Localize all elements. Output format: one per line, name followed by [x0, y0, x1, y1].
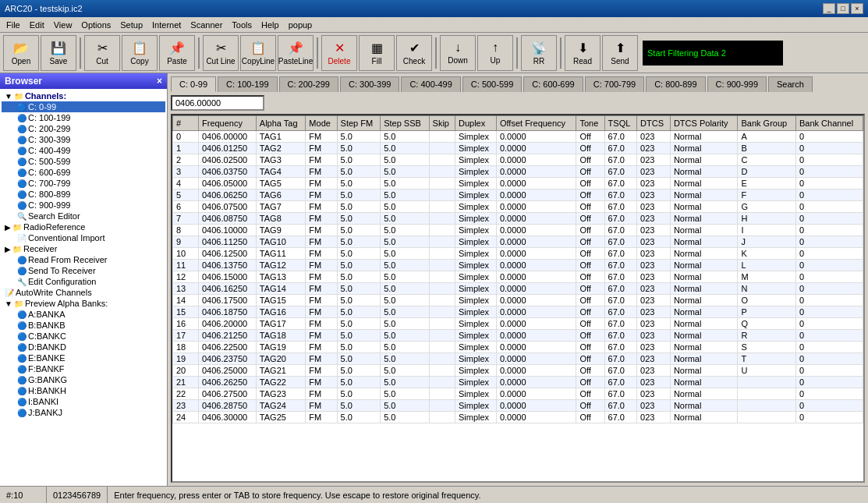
table-cell[interactable] — [738, 377, 795, 388]
table-cell[interactable]: FM — [306, 365, 337, 377]
table-cell[interactable]: 0 — [795, 166, 863, 178]
menu-options[interactable]: Options — [76, 19, 115, 31]
table-cell[interactable]: P — [738, 306, 795, 318]
table-cell[interactable]: 0 — [795, 143, 863, 154]
table-cell[interactable]: Off — [576, 306, 604, 318]
tree-send-to-receiver[interactable]: 🔵 Send To Receiver — [2, 265, 165, 276]
table-cell[interactable]: 023 — [637, 271, 671, 283]
rr-button[interactable]: 📡 RR — [521, 35, 557, 71]
table-cell[interactable]: TAG20 — [256, 353, 306, 365]
table-cell[interactable]: FM — [306, 190, 337, 201]
table-cell[interactable]: 5.0 — [381, 190, 429, 201]
table-cell[interactable]: 16 — [173, 318, 199, 330]
table-cell[interactable]: Off — [576, 143, 604, 154]
table-cell[interactable]: 0406.30000 — [199, 412, 257, 423]
table-cell[interactable] — [429, 271, 455, 283]
table-cell[interactable]: FM — [306, 400, 337, 412]
tree-item-c800-899[interactable]: 🔵 C: 800-899 — [2, 189, 165, 200]
table-cell[interactable]: TAG16 — [256, 306, 306, 318]
table-cell[interactable] — [429, 213, 455, 225]
table-cell[interactable]: 0 — [795, 131, 863, 143]
table-row[interactable]: 50406.06250TAG6FM5.05.0Simplex0.0000Off6… — [173, 190, 863, 201]
tree-conventional-import[interactable]: 📄 Conventional Import — [2, 232, 165, 243]
cut-button[interactable]: ✂ Cut — [84, 35, 120, 71]
table-cell[interactable]: Simplex — [455, 143, 497, 154]
table-row[interactable]: 170406.21250TAG18FM5.05.0Simplex0.0000Of… — [173, 330, 863, 342]
tree-item-c500-599[interactable]: 🔵 C: 500-599 — [2, 156, 165, 167]
table-cell[interactable]: Simplex — [455, 306, 497, 318]
tab-c600-699[interactable]: C: 600-699 — [523, 76, 583, 92]
table-cell[interactable]: TAG17 — [256, 318, 306, 330]
tree-item-c0-99[interactable]: 🔵 C: 0-99 — [2, 101, 165, 112]
tree-item-c200-299[interactable]: 🔵 C: 200-299 — [2, 123, 165, 134]
table-cell[interactable]: Normal — [670, 260, 738, 271]
tab-c800-899[interactable]: C: 800-899 — [646, 76, 705, 92]
table-cell[interactable]: 67.0 — [604, 330, 637, 342]
table-cell[interactable]: 023 — [637, 178, 671, 190]
table-cell[interactable]: F — [738, 190, 795, 201]
table-cell[interactable]: 5.0 — [337, 166, 381, 178]
table-cell[interactable]: 0 — [795, 342, 863, 353]
table-cell[interactable]: Off — [576, 154, 604, 166]
table-cell[interactable]: 5.0 — [337, 154, 381, 166]
table-cell[interactable]: 0406.17500 — [199, 295, 257, 306]
table-cell[interactable]: 67.0 — [604, 154, 637, 166]
table-row[interactable]: 200406.25000TAG21FM5.05.0Simplex0.0000Of… — [173, 365, 863, 377]
table-cell[interactable]: TAG8 — [256, 213, 306, 225]
table-cell[interactable]: 023 — [637, 225, 671, 236]
table-cell[interactable]: Off — [576, 400, 604, 412]
tab-c700-799[interactable]: C: 700-799 — [585, 76, 644, 92]
table-row[interactable]: 180406.22500TAG19FM5.05.0Simplex0.0000Of… — [173, 342, 863, 353]
table-cell[interactable] — [429, 353, 455, 365]
table-cell[interactable]: TAG11 — [256, 248, 306, 260]
table-cell[interactable] — [429, 400, 455, 412]
table-cell[interactable]: TAG21 — [256, 365, 306, 377]
table-cell[interactable]: 67.0 — [604, 166, 637, 178]
table-cell[interactable]: 5.0 — [381, 306, 429, 318]
table-cell[interactable]: Normal — [670, 306, 738, 318]
table-cell[interactable]: FM — [306, 166, 337, 178]
table-cell[interactable]: FM — [306, 201, 337, 213]
fill-button[interactable]: ▦ Fill — [359, 35, 395, 71]
table-cell[interactable]: 1 — [173, 143, 199, 154]
tree-banke[interactable]: 🔵 E:BANKE — [2, 352, 165, 363]
table-cell[interactable]: 5.0 — [337, 260, 381, 271]
table-cell[interactable]: Off — [576, 412, 604, 423]
table-cell[interactable]: 5.0 — [381, 178, 429, 190]
table-cell[interactable] — [429, 178, 455, 190]
table-cell[interactable]: Normal — [670, 295, 738, 306]
table-cell[interactable]: Simplex — [455, 154, 497, 166]
table-cell[interactable]: 0406.11250 — [199, 236, 257, 248]
table-cell[interactable]: 0 — [795, 178, 863, 190]
table-cell[interactable]: 4 — [173, 178, 199, 190]
table-cell[interactable]: 5.0 — [381, 143, 429, 154]
table-cell[interactable]: Normal — [670, 178, 738, 190]
table-cell[interactable]: TAG24 — [256, 400, 306, 412]
table-row[interactable]: 190406.23750TAG20FM5.05.0Simplex0.0000Of… — [173, 353, 863, 365]
table-cell[interactable] — [429, 260, 455, 271]
table-cell[interactable]: Simplex — [455, 412, 497, 423]
tree-item-c600-699[interactable]: 🔵 C: 600-699 — [2, 167, 165, 178]
table-cell[interactable]: 0406.26250 — [199, 377, 257, 388]
table-cell[interactable]: 0406.22500 — [199, 342, 257, 353]
table-cell[interactable]: 5.0 — [381, 283, 429, 295]
table-cell[interactable]: 5.0 — [337, 178, 381, 190]
table-cell[interactable]: N — [738, 283, 795, 295]
table-cell[interactable]: FM — [306, 248, 337, 260]
menu-setup[interactable]: Setup — [115, 19, 147, 31]
close-button[interactable]: × — [851, 3, 863, 14]
table-cell[interactable]: Simplex — [455, 365, 497, 377]
table-cell[interactable]: Simplex — [455, 225, 497, 236]
table-cell[interactable]: 0406.25000 — [199, 365, 257, 377]
table-cell[interactable]: 0 — [795, 154, 863, 166]
tree-bankh[interactable]: 🔵 H:BANKH — [2, 385, 165, 396]
table-cell[interactable]: 17 — [173, 330, 199, 342]
table-cell[interactable] — [429, 283, 455, 295]
table-cell[interactable]: 6 — [173, 201, 199, 213]
table-cell[interactable]: 023 — [637, 295, 671, 306]
tree-receiver[interactable]: ▶ 📁 Receiver — [2, 243, 165, 254]
table-cell[interactable]: 5.0 — [381, 388, 429, 400]
table-cell[interactable]: TAG18 — [256, 330, 306, 342]
table-cell[interactable]: Simplex — [455, 190, 497, 201]
table-cell[interactable]: 5.0 — [381, 248, 429, 260]
